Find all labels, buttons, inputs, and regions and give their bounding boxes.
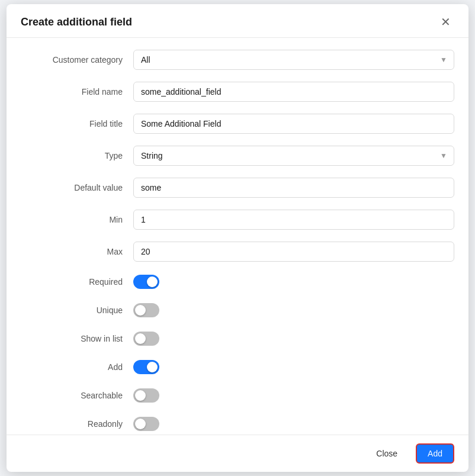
footer-add-button[interactable]: Add [416, 443, 454, 464]
searchable-toggle[interactable] [133, 388, 159, 403]
add-row: Add [7, 353, 468, 381]
min-control [133, 210, 454, 230]
max-control [133, 242, 454, 262]
type-select[interactable]: String Integer Boolean Date [133, 146, 454, 166]
add-toggle[interactable] [133, 360, 159, 374]
dialog-title: Create additional field [21, 16, 132, 28]
type-row: Type String Integer Boolean Date ▼ [7, 140, 468, 172]
min-row: Min [7, 204, 468, 236]
customer-category-control: All Retail Wholesale VIP ▼ [133, 50, 454, 70]
max-label: Max [21, 247, 133, 256]
readonly-label: Readonly [21, 419, 133, 429]
default-value-control [133, 178, 454, 198]
max-input[interactable] [133, 242, 454, 262]
readonly-toggle[interactable] [133, 417, 159, 431]
customer-category-row: Customer category All Retail Wholesale V… [7, 44, 468, 76]
required-label: Required [21, 277, 133, 287]
searchable-control [133, 388, 454, 403]
field-name-input[interactable] [133, 82, 454, 102]
required-control [133, 275, 454, 289]
required-row: Required [7, 268, 468, 296]
default-value-row: Default value [7, 172, 468, 204]
unique-label: Unique [21, 305, 133, 315]
dialog-footer: Close Add [7, 435, 468, 472]
field-title-control [133, 114, 454, 134]
customer-category-label: Customer category [21, 55, 133, 65]
unique-control [133, 303, 454, 317]
readonly-row: Readonly [7, 410, 468, 435]
field-title-input[interactable] [133, 114, 454, 134]
min-label: Min [21, 215, 133, 224]
show-in-list-label: Show in list [21, 334, 133, 343]
field-title-label: Field title [21, 119, 133, 128]
type-label: Type [21, 151, 133, 160]
add-label: Add [21, 362, 133, 372]
field-name-row: Field name [7, 76, 468, 108]
field-name-control [133, 82, 454, 102]
show-in-list-control [133, 332, 454, 346]
dialog-header: Create additional field ✕ [7, 4, 468, 38]
searchable-label: Searchable [21, 391, 133, 400]
footer-close-button[interactable]: Close [365, 444, 409, 463]
customer-category-select[interactable]: All Retail Wholesale VIP [133, 50, 454, 70]
default-value-input[interactable] [133, 178, 454, 198]
type-control: String Integer Boolean Date ▼ [133, 146, 454, 166]
dialog-body: Customer category All Retail Wholesale V… [7, 38, 468, 435]
show-in-list-toggle[interactable] [133, 332, 159, 346]
max-row: Max [7, 236, 468, 268]
dialog-close-button[interactable]: ✕ [437, 15, 454, 29]
show-in-list-row: Show in list [7, 324, 468, 353]
searchable-row: Searchable [7, 381, 468, 410]
field-name-label: Field name [21, 87, 133, 97]
add-control [133, 360, 454, 374]
default-value-label: Default value [21, 183, 133, 192]
min-input[interactable] [133, 210, 454, 230]
create-additional-field-dialog: Create additional field ✕ Customer categ… [7, 4, 468, 472]
unique-row: Unique [7, 296, 468, 324]
required-toggle[interactable] [133, 275, 159, 289]
field-title-row: Field title [7, 108, 468, 140]
unique-toggle[interactable] [133, 303, 159, 317]
readonly-control [133, 417, 454, 431]
